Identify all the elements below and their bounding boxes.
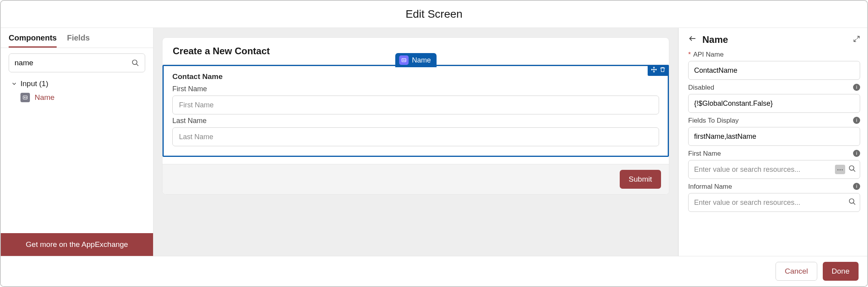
svg-point-0 bbox=[133, 60, 137, 65]
api-name-input[interactable] bbox=[688, 61, 860, 80]
component-search-wrap bbox=[1, 48, 153, 76]
component-search[interactable] bbox=[9, 53, 145, 72]
screen-card: Create a New Contact Name bbox=[162, 37, 669, 195]
svg-point-15 bbox=[850, 199, 854, 204]
first-name-prop-label: First Name bbox=[688, 150, 860, 158]
required-indicator: * bbox=[688, 51, 691, 59]
informal-name-label: Informal Name bbox=[688, 183, 860, 191]
svg-point-7 bbox=[403, 60, 404, 61]
move-icon[interactable] bbox=[650, 66, 658, 74]
fields-to-display-input[interactable] bbox=[688, 127, 860, 146]
properties-title: Name bbox=[702, 34, 848, 45]
submit-button[interactable]: Submit bbox=[620, 170, 661, 189]
components-panel: Components Fields Input (1) bbox=[1, 28, 153, 256]
chevron-down-icon bbox=[11, 81, 17, 87]
tab-fields[interactable]: Fields bbox=[67, 33, 90, 48]
svg-line-1 bbox=[137, 64, 139, 66]
tab-components[interactable]: Components bbox=[9, 33, 57, 48]
informal-name-resource-input[interactable] bbox=[688, 193, 860, 212]
properties-panel: Name * API Name Disabled i bbox=[678, 28, 867, 256]
cancel-button[interactable]: Cancel bbox=[776, 262, 817, 281]
selected-tools bbox=[648, 65, 669, 76]
modal-body: Components Fields Input (1) bbox=[1, 28, 867, 256]
svg-rect-8 bbox=[404, 60, 406, 60]
done-button[interactable]: Done bbox=[823, 262, 859, 281]
selected-component-pill: Name bbox=[395, 53, 436, 67]
appexchange-button[interactable]: Get more on the AppExchange bbox=[1, 233, 153, 256]
back-arrow-icon[interactable] bbox=[688, 34, 697, 45]
selected-pill-label: Name bbox=[412, 56, 431, 64]
first-name-resource-input[interactable] bbox=[688, 160, 860, 179]
disabled-input[interactable] bbox=[688, 94, 860, 113]
fields-to-display-label: Fields To Display bbox=[688, 117, 860, 125]
info-icon[interactable]: i bbox=[853, 183, 860, 190]
info-icon[interactable]: i bbox=[853, 84, 860, 91]
svg-rect-2 bbox=[23, 96, 28, 99]
properties-scroll[interactable]: Name * API Name Disabled i bbox=[679, 28, 867, 256]
delete-icon[interactable] bbox=[659, 66, 667, 74]
left-tabs: Components Fields bbox=[1, 28, 153, 48]
modal-title: Edit Screen bbox=[1, 1, 867, 28]
edit-screen-modal: Edit Screen Components Fields bbox=[0, 0, 868, 287]
tree-group-label: Input (1) bbox=[20, 79, 48, 88]
info-icon[interactable]: i bbox=[853, 150, 860, 157]
info-icon[interactable]: i bbox=[853, 117, 860, 124]
svg-line-14 bbox=[853, 170, 855, 172]
search-input[interactable] bbox=[15, 59, 131, 67]
last-name-input[interactable] bbox=[172, 127, 659, 146]
modal-footer: Cancel Done bbox=[1, 256, 867, 286]
name-component-icon bbox=[20, 93, 30, 102]
search-icon bbox=[131, 59, 139, 67]
first-name-label: First Name bbox=[172, 85, 659, 93]
last-name-label: Last Name bbox=[172, 117, 659, 125]
svg-line-16 bbox=[853, 203, 855, 205]
svg-rect-5 bbox=[26, 98, 27, 98]
search-icon[interactable] bbox=[848, 165, 856, 174]
svg-rect-6 bbox=[402, 59, 406, 62]
expand-icon[interactable] bbox=[853, 35, 860, 44]
screen-canvas[interactable]: Create a New Contact Name bbox=[153, 28, 678, 256]
block-label: Contact Name bbox=[172, 72, 659, 81]
first-name-input[interactable] bbox=[172, 96, 659, 114]
svg-line-12 bbox=[854, 39, 856, 42]
tree-item-label: Name bbox=[35, 93, 55, 102]
svg-rect-4 bbox=[26, 97, 27, 98]
properties-header: Name bbox=[688, 34, 860, 45]
svg-point-3 bbox=[24, 97, 25, 98]
svg-rect-9 bbox=[404, 61, 406, 61]
name-component-icon bbox=[399, 55, 408, 65]
api-name-label: * API Name bbox=[688, 51, 860, 59]
tree-group-input[interactable]: Input (1) bbox=[9, 77, 145, 90]
screen-footer: Submit bbox=[163, 164, 669, 194]
svg-point-13 bbox=[850, 166, 854, 171]
resource-chip-icon[interactable]: ⋯ bbox=[835, 165, 845, 174]
tree-item-name[interactable]: Name bbox=[9, 90, 145, 105]
svg-line-11 bbox=[857, 36, 859, 39]
component-tree: Input (1) Name bbox=[1, 76, 153, 109]
selected-name-component[interactable]: Name Contact Name First Name Last Name bbox=[163, 65, 669, 157]
search-icon[interactable] bbox=[848, 198, 856, 207]
disabled-label: Disabled bbox=[688, 84, 860, 92]
